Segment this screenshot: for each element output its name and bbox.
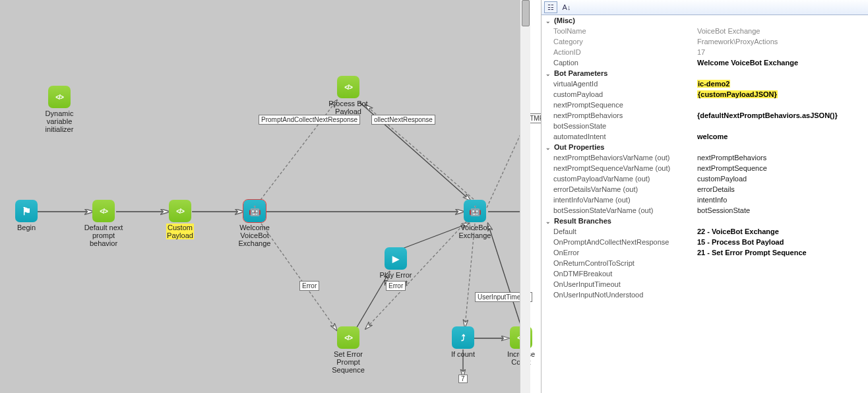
property-value[interactable]: [693, 289, 868, 300]
property-row[interactable]: ToolNameVoiceBot Exchange: [542, 26, 868, 36]
chevron-down-icon[interactable]: ⌄: [545, 144, 552, 151]
property-group[interactable]: ⌄ Bot Parameters: [542, 68, 868, 78]
property-value[interactable]: Framework\ProxyActions: [693, 36, 868, 47]
property-grid: ⌄ (Misc)ToolNameVoiceBot ExchangeCategor…: [542, 15, 868, 300]
properties-scroll[interactable]: ⌄ (Misc)ToolNameVoiceBot ExchangeCategor…: [542, 15, 868, 393]
property-row[interactable]: intentInfoVarName (out)intentInfo: [542, 195, 868, 205]
property-value[interactable]: [693, 121, 868, 131]
property-row[interactable]: customPayload{customPayloadJSON}: [542, 89, 868, 100]
property-row[interactable]: OnDTMFBreakout: [542, 268, 868, 279]
property-row[interactable]: OnUserInputTimeout: [542, 279, 868, 289]
property-value[interactable]: {customPayloadJSON}: [693, 89, 868, 100]
chevron-down-icon[interactable]: ⌄: [545, 18, 552, 24]
node-welcome-voicebot[interactable]: Welcome VoiceBot Exchange: [232, 200, 278, 247]
edge-label: Error: [386, 281, 406, 291]
property-value[interactable]: 17: [693, 47, 868, 57]
property-row[interactable]: nextPromptSequenceVarName (out)nextPromp…: [542, 163, 868, 173]
property-row[interactable]: Default22 - VoiceBot Exchange: [542, 226, 868, 237]
property-key: intentInfoVarName (out): [542, 195, 693, 205]
edge-label: 7: [458, 375, 468, 383]
sort-button[interactable]: A↓: [560, 1, 573, 13]
property-row[interactable]: nextPromptSequence: [542, 100, 868, 110]
node-label: If count: [440, 350, 486, 358]
property-value[interactable]: 21 - Set Error Prompt Sequence: [693, 247, 868, 258]
node-set-error[interactable]: Set Error Prompt Sequence: [325, 326, 371, 374]
canvas-scrollbar[interactable]: [520, 0, 530, 393]
node-label: Process Bot Payload: [325, 100, 371, 115]
property-value[interactable]: 22 - VoiceBot Exchange: [693, 226, 868, 237]
node-label: Begin: [3, 224, 49, 231]
property-value[interactable]: Welcome VoiceBot Exchange: [693, 57, 868, 68]
node-voicebot-exchange[interactable]: VoiceBot Exchange: [452, 200, 498, 239]
node-label: Welcome VoiceBot Exchange: [232, 224, 278, 247]
node-dynamic-var[interactable]: Dynamic variable initializer: [36, 86, 82, 133]
property-row[interactable]: virtualAgentIdic-demo2: [542, 78, 868, 89]
property-key: OnUserInputTimeout: [542, 279, 693, 289]
branch-icon: [452, 326, 474, 349]
code-icon: [337, 326, 359, 349]
property-value[interactable]: [693, 100, 868, 110]
property-row[interactable]: nextPromptBehaviors{defaultNextPromptBeh…: [542, 110, 868, 121]
property-value[interactable]: customPayload: [693, 173, 868, 184]
property-value[interactable]: {defaultNextPromptBehaviors.asJSON()}: [693, 110, 868, 121]
property-value[interactable]: 15 - Process Bot Payload: [693, 237, 868, 247]
property-value[interactable]: errorDetails: [693, 184, 868, 195]
property-row[interactable]: customPayloadVarName (out)customPayload: [542, 173, 868, 184]
property-key: customPayloadVarName (out): [542, 173, 693, 184]
properties-panel: ☷ A↓ ⌄ (Misc)ToolNameVoiceBot ExchangeCa…: [541, 0, 868, 393]
property-row[interactable]: botSessionState: [542, 121, 868, 131]
property-key: customPayload: [542, 89, 693, 100]
property-value[interactable]: VoiceBot Exchange: [693, 26, 868, 36]
bot-icon: [464, 200, 486, 222]
property-key: botSessionState: [542, 121, 693, 131]
node-label: VoiceBot Exchange: [452, 224, 498, 239]
property-value[interactable]: intentInfo: [693, 195, 868, 205]
property-value[interactable]: [693, 279, 868, 289]
node-default-next[interactable]: Default next prompt behavior: [80, 200, 127, 247]
panel-toolbar: ☷ A↓: [542, 0, 868, 15]
property-row[interactable]: CaptionWelcome VoiceBot Exchange: [542, 57, 868, 68]
edge-label: Error: [299, 281, 319, 291]
property-row[interactable]: errorDetailsVarName (out)errorDetails: [542, 184, 868, 195]
property-row[interactable]: botSessionStateVarName (out)botSessionSt…: [542, 205, 868, 216]
property-row[interactable]: CategoryFramework\ProxyActions: [542, 36, 868, 47]
property-value[interactable]: nextPromptSequence: [693, 163, 868, 173]
node-begin[interactable]: Begin: [3, 200, 49, 231]
svg-line-16: [488, 224, 521, 326]
categorized-view-button[interactable]: ☷: [544, 1, 557, 13]
property-row[interactable]: automatedIntentwelcome: [542, 131, 868, 142]
property-key: nextPromptBehaviorsVarName (out): [542, 152, 693, 163]
property-row[interactable]: OnError21 - Set Error Prompt Sequence: [542, 247, 868, 258]
scrollbar-thumb[interactable]: [522, 0, 530, 26]
node-label: Set Error Prompt Sequence: [325, 350, 371, 374]
property-key: OnPromptAndCollectNextResponse: [542, 237, 693, 247]
property-value[interactable]: [693, 268, 868, 279]
property-value[interactable]: nextPromptBehaviors: [693, 152, 868, 163]
property-value[interactable]: ic-demo2: [693, 78, 868, 89]
property-value[interactable]: welcome: [693, 131, 868, 142]
node-label: Dynamic variable initializer: [36, 109, 82, 133]
property-row[interactable]: nextPromptBehaviorsVarName (out)nextProm…: [542, 152, 868, 163]
node-custom-payload[interactable]: Custom Payload: [157, 200, 203, 239]
property-group[interactable]: ⌄ Out Properties: [542, 142, 868, 152]
property-value[interactable]: [693, 258, 868, 268]
property-group[interactable]: ⌄ Result Branches: [542, 216, 868, 226]
property-row[interactable]: ActionID17: [542, 47, 868, 57]
property-group[interactable]: ⌄ (Misc): [542, 15, 868, 26]
code-icon: [48, 86, 71, 108]
code-icon: [92, 200, 115, 222]
chevron-down-icon[interactable]: ⌄: [545, 218, 552, 225]
property-row[interactable]: OnPromptAndCollectNextResponse15 - Proce…: [542, 237, 868, 247]
edge-label: ollectNextResponse: [371, 115, 435, 125]
node-if-count[interactable]: If count: [440, 326, 486, 358]
property-row[interactable]: OnUserInputNotUnderstood: [542, 289, 868, 300]
property-key: nextPromptSequenceVarName (out): [542, 163, 693, 173]
property-row[interactable]: OnReturnControlToScript: [542, 258, 868, 268]
property-key: automatedIntent: [542, 131, 693, 142]
code-icon: [169, 200, 191, 222]
flag-icon: [15, 200, 38, 222]
flow-canvas[interactable]: Begin Dynamic variable initializer Defau…: [0, 0, 530, 393]
chevron-down-icon[interactable]: ⌄: [545, 71, 552, 77]
property-value[interactable]: botSessionState: [693, 205, 868, 216]
node-process-payload[interactable]: Process Bot Payload: [325, 76, 371, 115]
